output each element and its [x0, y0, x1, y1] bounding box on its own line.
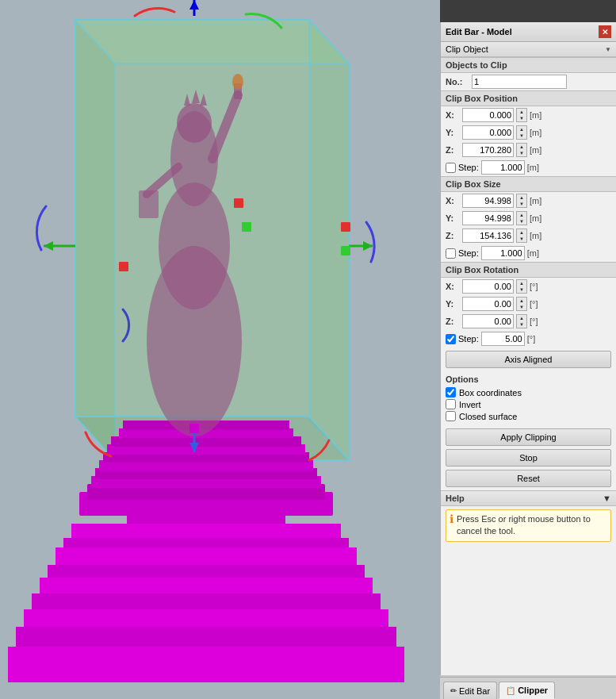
rotation-step-checkbox[interactable] — [446, 334, 456, 344]
rotation-step-row: Step: [°] — [441, 330, 616, 348]
size-step-unit: [m] — [527, 248, 543, 258]
size-z-spinner[interactable]: ▲ ▼ — [516, 229, 527, 243]
position-x-down[interactable]: ▼ — [517, 115, 526, 121]
rotation-y-input[interactable] — [462, 297, 514, 311]
position-z-down[interactable]: ▼ — [517, 150, 526, 156]
box-coordinates-row: Box coordinates — [446, 386, 611, 398]
size-z-label: Z: — [446, 231, 460, 240]
rotation-y-label: Y: — [446, 299, 460, 309]
position-z-label: Z: — [446, 145, 460, 155]
size-y-up[interactable]: ▲ — [517, 212, 526, 218]
position-z-row: Z: ▲ ▼ [m] — [441, 141, 616, 159]
rotation-x-unit: [°] — [530, 282, 545, 291]
apply-clipping-button[interactable]: Apply Clipping — [446, 428, 611, 446]
size-x-down[interactable]: ▼ — [517, 201, 526, 207]
size-y-unit: [m] — [530, 213, 545, 223]
rotation-x-input[interactable] — [462, 279, 514, 294]
rotation-z-row: Z: ▲ ▼ [°] — [441, 313, 616, 330]
position-x-input[interactable] — [462, 108, 514, 122]
rotation-step-input[interactable] — [481, 332, 525, 346]
position-x-up[interactable]: ▲ — [517, 109, 526, 115]
svg-rect-38 — [139, 190, 159, 218]
size-z-up[interactable]: ▲ — [517, 229, 526, 236]
size-x-input[interactable] — [462, 194, 514, 208]
clipper-tab-icon: 📋 — [506, 686, 515, 695]
rotation-x-down[interactable]: ▼ — [517, 286, 526, 293]
panel-title: Edit Bar - Model — [446, 27, 512, 36]
position-step-unit: [m] — [527, 163, 543, 172]
size-y-down[interactable]: ▼ — [517, 218, 526, 225]
rotation-y-up[interactable]: ▲ — [517, 298, 526, 304]
size-y-input[interactable] — [462, 211, 514, 225]
clip-object-label: Clip Object — [446, 44, 488, 54]
size-z-down[interactable]: ▼ — [517, 236, 526, 242]
position-x-row: X: ▲ ▼ [m] — [441, 106, 616, 124]
bottom-tabs: ✏ Edit Bar 📋 Clipper — [440, 677, 616, 699]
svg-rect-52 — [189, 424, 199, 433]
rotation-step-label: Step: — [458, 334, 479, 344]
position-z-spinner[interactable]: ▲ ▼ — [516, 143, 527, 157]
size-step-input[interactable] — [481, 246, 525, 260]
panel-close-button[interactable]: ✕ — [599, 25, 611, 38]
size-x-spinner[interactable]: ▲ ▼ — [516, 194, 527, 208]
no-input[interactable] — [472, 75, 567, 89]
size-x-unit: [m] — [530, 196, 545, 205]
help-header: Help ▼ — [441, 491, 616, 506]
closed-surface-checkbox[interactable] — [446, 411, 456, 421]
closed-surface-row: Closed surface — [446, 410, 611, 422]
size-y-spinner[interactable]: ▲ ▼ — [516, 211, 527, 225]
size-step-checkbox[interactable] — [446, 248, 456, 259]
help-info-icon: ℹ — [450, 513, 453, 524]
edit-bar-tab[interactable]: ✏ Edit Bar — [443, 682, 497, 699]
size-x-up[interactable]: ▲ — [517, 194, 526, 201]
position-z-input[interactable] — [462, 143, 514, 157]
box-coordinates-label: Box coordinates — [459, 388, 522, 398]
position-z-up[interactable]: ▲ — [517, 144, 526, 150]
rotation-z-down[interactable]: ▼ — [517, 321, 526, 328]
rotation-y-down[interactable]: ▼ — [517, 304, 526, 310]
rotation-x-up[interactable]: ▲ — [517, 280, 526, 286]
no-label: No.: — [446, 77, 469, 86]
rotation-x-row: X: ▲ ▼ [°] — [441, 278, 616, 295]
reset-button[interactable]: Reset — [446, 470, 611, 487]
position-y-input[interactable] — [462, 125, 514, 140]
position-step-input[interactable] — [481, 160, 525, 175]
help-title: Help — [446, 494, 465, 503]
invert-checkbox[interactable] — [446, 399, 456, 409]
3d-viewport[interactable] — [0, 0, 440, 699]
position-step-checkbox[interactable] — [446, 163, 456, 173]
size-z-input[interactable] — [462, 229, 514, 243]
box-coordinates-checkbox[interactable] — [446, 387, 456, 398]
rotation-z-spinner[interactable]: ▲ ▼ — [516, 314, 527, 328]
position-x-spinner[interactable]: ▲ ▼ — [516, 108, 527, 122]
size-x-row: X: ▲ ▼ [m] — [441, 192, 616, 209]
clipper-tab[interactable]: 📋 Clipper — [499, 682, 555, 699]
position-y-up[interactable]: ▲ — [517, 126, 526, 133]
position-z-unit: [m] — [530, 145, 545, 155]
position-y-row: Y: ▲ ▼ [m] — [441, 124, 616, 141]
rotation-y-spinner[interactable]: ▲ ▼ — [516, 297, 527, 311]
rotation-x-spinner[interactable]: ▲ ▼ — [516, 279, 527, 294]
title-bar — [440, 0, 616, 22]
clip-object-dropdown[interactable]: Clip Object ▼ — [441, 42, 616, 57]
size-z-row: Z: ▲ ▼ [m] — [441, 227, 616, 244]
help-arrow-icon: ▼ — [603, 494, 611, 503]
stop-button[interactable]: Stop — [446, 449, 611, 467]
help-content: ℹ Press Esc or right mouse button to can… — [446, 509, 611, 542]
position-y-down[interactable]: ▼ — [517, 133, 526, 139]
rotation-z-input[interactable] — [462, 314, 514, 328]
size-y-row: Y: ▲ ▼ [m] — [441, 209, 616, 227]
objects-to-clip-header: Objects to Clip — [441, 57, 616, 73]
rotation-z-up[interactable]: ▲ — [517, 315, 526, 321]
clip-box-size-header: Clip Box Size — [441, 176, 616, 192]
position-y-spinner[interactable]: ▲ ▼ — [516, 125, 527, 140]
position-step-row: Step: [m] — [441, 159, 616, 176]
options-section: Options Box coordinates Invert Closed su… — [441, 371, 616, 425]
svg-rect-47 — [234, 198, 243, 208]
rotation-step-unit: [°] — [527, 334, 543, 344]
edit-bar-tab-icon: ✏ — [450, 686, 457, 695]
position-x-unit: [m] — [530, 110, 545, 120]
edit-bar-panel: Edit Bar - Model ✕ Clip Object ▼ Objects… — [440, 22, 616, 675]
help-section: Help ▼ ℹ Press Esc or right mouse button… — [441, 490, 616, 542]
axis-aligned-button[interactable]: Axis Aligned — [446, 351, 611, 368]
